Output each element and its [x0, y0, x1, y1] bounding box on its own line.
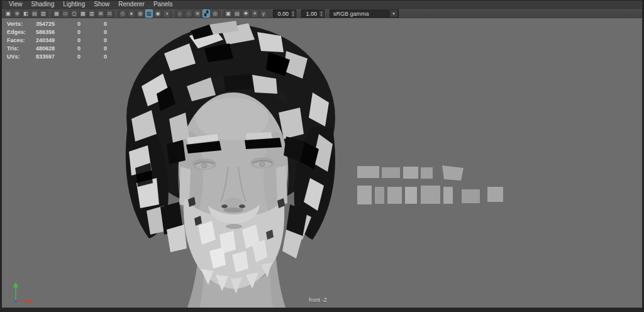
hud-value: 354725: [36, 21, 77, 27]
motion-blur-icon[interactable]: ≋: [194, 9, 201, 18]
exposure-spinner[interactable]: ▲ ▼: [290, 10, 296, 17]
safe-title-icon[interactable]: ⊡: [106, 9, 113, 18]
viewport-toolbar: ▣⊕◧▤▧▦▭◻▩▥⊞⊡◇●◍▨◉◑☼◌≋▞◎▣▤✚☀γ ▲ ▼ ▲ ▼ sRG…: [2, 9, 642, 18]
hud-col2: 0: [77, 45, 104, 52]
resolution-gate-icon[interactable]: ◻: [70, 9, 78, 18]
gamma-input[interactable]: [302, 11, 318, 17]
gamma-icon[interactable]: γ: [260, 9, 267, 18]
head-model: [126, 21, 335, 308]
exposure-field[interactable]: ▲ ▼: [273, 9, 296, 18]
depth-of-field-icon[interactable]: ◎: [211, 9, 219, 18]
menu-renderer[interactable]: Renderer: [114, 1, 149, 8]
scene-svg: [2, 18, 642, 308]
menu-show[interactable]: Show: [89, 1, 114, 8]
hud-col3: 0: [104, 21, 116, 27]
hud-label: UVs:: [7, 53, 36, 60]
maya-viewport-window: ViewShadingLightingShowRendererPanels ▣⊕…: [0, 0, 644, 312]
lights-icon[interactable]: ☼: [176, 9, 184, 18]
select-camera-icon[interactable]: ▣: [4, 9, 12, 18]
textured-icon[interactable]: ▨: [145, 9, 153, 18]
menu-view[interactable]: View: [4, 1, 27, 8]
camera-label: front -Z: [309, 297, 327, 303]
hud-row-faces: Faces:24034900: [7, 36, 116, 44]
hud-label: Edges:: [7, 29, 36, 35]
hud-col3: 0: [104, 45, 116, 52]
field-chart-icon[interactable]: ▥: [88, 9, 96, 18]
hud-col2: 0: [77, 29, 104, 35]
hud-col2: 0: [77, 37, 104, 43]
anti-aliasing-icon[interactable]: ▞: [203, 9, 210, 18]
panel-menubar: ViewShadingLightingShowRendererPanels: [2, 1, 642, 9]
hud-value: 833597: [36, 53, 77, 60]
hud-label: Faces:: [7, 37, 36, 43]
toolbar-separator: [221, 10, 222, 18]
isolate-select-icon[interactable]: ▣: [225, 9, 232, 18]
grid-icon[interactable]: ▦: [53, 9, 60, 18]
safe-action-icon[interactable]: ⊞: [97, 9, 104, 18]
x-ray-icon[interactable]: ▤: [233, 9, 241, 18]
hair-card-planes: [357, 165, 503, 204]
shadows-icon[interactable]: ◑: [163, 9, 170, 18]
menu-lighting[interactable]: Lighting: [58, 1, 89, 8]
view-transform-dropdown[interactable]: sRGB gamma ▼: [330, 9, 399, 18]
image-plane-icon[interactable]: ▧: [40, 9, 47, 18]
hud-col3: 0: [104, 29, 116, 35]
chevron-down-icon[interactable]: ▼: [390, 10, 397, 17]
screen-space-ao-icon[interactable]: ◌: [185, 9, 192, 18]
x-ray-joints-icon[interactable]: ✚: [242, 9, 250, 18]
gamma-spinner[interactable]: ▲ ▼: [318, 10, 324, 17]
gate-mask-icon[interactable]: ▩: [79, 9, 87, 18]
bookmarks-icon[interactable]: ▤: [31, 9, 38, 18]
toolbar-separator: [50, 10, 50, 18]
hud-label: Tris:: [7, 45, 36, 52]
camera-lock-icon[interactable]: ◧: [22, 9, 30, 18]
wireframe-on-shaded-icon[interactable]: ◍: [136, 9, 144, 18]
hud-col3: 0: [104, 53, 116, 60]
spinner-down-icon[interactable]: ▼: [291, 14, 296, 17]
hud-value: 480628: [36, 45, 77, 52]
hud-label: Verts:: [7, 21, 36, 27]
hud-value: 586356: [36, 29, 77, 35]
hud-row-edges: Edges:58635600: [7, 28, 116, 36]
hud-row-verts: Verts:35472500: [7, 20, 116, 28]
hud-col2: 0: [77, 21, 104, 27]
use-default-material-icon[interactable]: ◉: [154, 9, 162, 18]
exposure-input[interactable]: [274, 11, 290, 17]
spinner-down-icon[interactable]: ▼: [319, 14, 324, 17]
gamma-field[interactable]: ▲ ▼: [301, 9, 325, 18]
menu-shading[interactable]: Shading: [27, 1, 59, 8]
hud-stats: Verts:35472500Edges:58635600Faces:240349…: [7, 20, 116, 60]
hud-row-uvs: UVs:83359700: [7, 52, 116, 60]
hud-row-tris: Tris:48062800: [7, 44, 116, 52]
hud-col3: 0: [104, 37, 116, 43]
axis-gizmo: [13, 282, 33, 304]
film-gate-icon[interactable]: ▭: [62, 9, 69, 18]
view-transform-label: sRGB gamma: [330, 11, 390, 17]
toolbar-separator: [173, 10, 174, 18]
viewport-3d[interactable]: Verts:35472500Edges:58635600Faces:240349…: [2, 18, 642, 308]
menu-panels[interactable]: Panels: [149, 1, 177, 8]
hud-value: 240349: [36, 37, 77, 43]
hud-col2: 0: [77, 53, 104, 60]
exposure-icon[interactable]: ☀: [251, 9, 258, 18]
menubar-items: ViewShadingLightingShowRendererPanels: [4, 1, 177, 8]
pan-zoom-2d-icon[interactable]: ⊕: [13, 9, 21, 18]
smooth-shade-all-icon[interactable]: ●: [128, 9, 135, 18]
toolbar-icons: ▣⊕◧▤▧▦▭◻▩▥⊞⊡◇●◍▨◉◑☼◌≋▞◎▣▤✚☀γ: [4, 9, 268, 18]
toolbar-separator: [116, 10, 116, 18]
wireframe-icon[interactable]: ◇: [119, 9, 126, 18]
